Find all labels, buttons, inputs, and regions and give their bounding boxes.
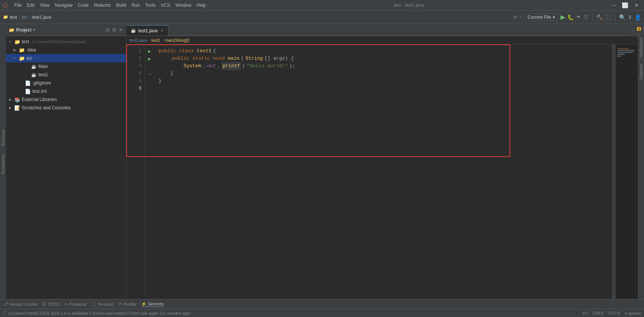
menu-code[interactable]: Code xyxy=(76,2,91,9)
tree-item-gitignore[interactable]: 📄 .gitignore xyxy=(6,79,126,87)
app-logo: ⬡ xyxy=(3,2,9,8)
project-label[interactable]: test xyxy=(10,15,17,20)
code-content[interactable]: public class test1 { public static xyxy=(154,44,612,299)
problems-button[interactable]: ⚠ Problems xyxy=(64,302,86,306)
database-panel-label[interactable]: Database xyxy=(638,60,644,83)
fold-5 xyxy=(145,77,154,85)
code-line-3: System . out . printf ( "Hello world!" )… xyxy=(159,62,607,70)
encoding[interactable]: UTF-8 xyxy=(608,311,620,315)
printf-highlight: printf xyxy=(222,62,241,70)
collapse-all-icon[interactable]: ⊟ xyxy=(106,27,110,33)
code-editor[interactable]: 1 2 3 4 5 6 ▶ ▶ — xyxy=(126,44,638,299)
sync-icon[interactable]: ⟳ xyxy=(514,15,517,20)
version-control-button[interactable]: ⎇ Version Control xyxy=(3,302,38,306)
minimize-button[interactable]: ─ xyxy=(610,2,618,8)
coverage-button[interactable]: ☂ xyxy=(576,14,581,20)
fold-4[interactable]: — xyxy=(145,70,154,77)
indent[interactable]: 4 spaces xyxy=(624,311,641,315)
breadcrumb-sep2: › xyxy=(29,15,30,20)
main-area: Structure Bookmarks 📂 Project ▾ ⊟ ⚙ ✕ ▾ … xyxy=(0,24,644,299)
menu-window[interactable]: Window xyxy=(173,2,194,9)
notifications-panel-label[interactable]: Notifications xyxy=(638,34,644,60)
services-button[interactable]: ⚡ Services xyxy=(141,302,164,307)
fold-1[interactable]: ▶ xyxy=(145,47,154,55)
menu-build[interactable]: Build xyxy=(114,2,128,9)
menu-vcs[interactable]: VCS xyxy=(159,2,172,9)
line-numbers: 1 2 3 4 5 6 xyxy=(126,44,145,299)
sidebar-title-area: 📂 Project ▾ xyxy=(9,27,35,33)
maximize-button[interactable]: ⬜ xyxy=(620,2,630,8)
run-button[interactable]: ▶ xyxy=(561,14,565,21)
editor-scrollbar[interactable] xyxy=(612,44,615,299)
menu-file[interactable]: File xyxy=(12,2,24,9)
system-class: System xyxy=(183,62,201,70)
java-file-icon: ☕ xyxy=(31,72,37,77)
tree-item-main[interactable]: ☕ Main xyxy=(6,62,126,71)
line-num-6: 6 xyxy=(126,85,145,92)
sidebar-actions: ⊟ ⚙ ✕ xyxy=(106,27,123,33)
arrow-icon: ▶ xyxy=(14,48,17,52)
breadcrumb-class[interactable]: test1 xyxy=(151,38,160,42)
run-config-dropdown[interactable]: Current File ▾ xyxy=(524,14,558,21)
menu-run[interactable]: Run xyxy=(129,2,142,9)
breadcrumb-method[interactable]: main(String[]) xyxy=(165,38,189,42)
tree-item-testiml[interactable]: 📄 test.iml xyxy=(6,87,126,95)
folder-icon: 📂 xyxy=(9,27,15,33)
close-button[interactable]: ✕ xyxy=(632,2,641,8)
tree-item-ext-libs[interactable]: ▶ 📚 External Libraries xyxy=(6,95,126,104)
menu-help[interactable]: Help xyxy=(194,2,208,9)
sidebar-title-label: Project xyxy=(16,27,32,33)
arrow-icon: ▾ xyxy=(14,56,17,60)
stop-button[interactable]: ⬛ xyxy=(605,14,611,20)
tab-test1-java[interactable]: ☕ test1.java ✕ xyxy=(126,25,168,36)
structure-panel-label[interactable]: Structure xyxy=(1,129,5,146)
editor-options-icon[interactable]: ⋮ xyxy=(631,29,635,34)
version-control-label: Version Control xyxy=(9,302,38,306)
tree-label: External Libraries xyxy=(22,97,57,102)
code-editor-inner: 1 2 3 4 5 6 ▶ ▶ — xyxy=(126,44,638,299)
build-button[interactable]: 🔨 xyxy=(596,14,603,20)
project-folder-icon: 📁 xyxy=(14,39,20,45)
window-title: test - test1.java xyxy=(211,3,607,8)
fold-2[interactable]: ▶ xyxy=(145,55,154,62)
user-icon[interactable]: 👤 xyxy=(635,14,641,20)
sidebar-dropdown-icon[interactable]: ▾ xyxy=(33,27,35,32)
close-sidebar-icon[interactable]: ✕ xyxy=(119,27,123,33)
tree-item-scratches[interactable]: ▶ 📝 Scratches and Consoles xyxy=(6,104,126,112)
bookmarks-panel-label[interactable]: Bookmarks xyxy=(1,154,5,174)
line-ending[interactable]: CRLF xyxy=(593,311,604,315)
menu-bar[interactable]: File Edit View Navigate Code Refactor Bu… xyxy=(12,2,208,9)
file-breadcrumb[interactable]: test1.java xyxy=(32,15,51,20)
menu-edit[interactable]: Edit xyxy=(24,2,37,9)
code-line-1: public class test1 { xyxy=(159,47,607,55)
profiler-button[interactable]: ⏱ Profiler xyxy=(118,302,137,306)
breadcrumb-bar: test1.java › test1 › main(String[]) xyxy=(126,36,638,44)
menu-tools[interactable]: Tools xyxy=(143,2,158,9)
menu-navigate[interactable]: Navigate xyxy=(53,2,75,9)
tree-item-idea[interactable]: ▶ 📁 .idea xyxy=(6,46,126,54)
scratches-label: Scratches and Consoles xyxy=(22,105,71,110)
breadcrumb-sep: › xyxy=(18,15,20,20)
menu-view[interactable]: View xyxy=(38,2,52,9)
type-string: String xyxy=(245,55,263,62)
kw-class: class xyxy=(179,47,194,55)
menu-refactor[interactable]: Refactor xyxy=(92,2,113,9)
up-icon[interactable]: ↑ xyxy=(520,15,522,20)
status-right-info: 6:1 CRLF UTF-8 4 spaces xyxy=(583,311,641,315)
tree-item-src[interactable]: ▾ 📁 src xyxy=(6,54,126,62)
terminal-button[interactable]: ⬛ Terminal xyxy=(91,302,113,306)
update-button[interactable]: ⬇ xyxy=(628,14,632,20)
breadcrumb-test1[interactable]: test1.java xyxy=(129,38,147,42)
tree-item-test[interactable]: ▾ 📁 test C:\Users\ASUS\myworks\test xyxy=(6,38,126,46)
todo-button[interactable]: ☰ TODO xyxy=(42,302,59,306)
search-button[interactable]: 🔍 xyxy=(619,14,626,20)
tab-close-icon[interactable]: ✕ xyxy=(160,29,163,33)
profile-button[interactable]: ⏱ xyxy=(583,14,588,20)
iml-icon: 📄 xyxy=(25,89,31,94)
tree-label: src xyxy=(26,56,32,61)
tree-item-test1[interactable]: ☕ test1 xyxy=(6,71,126,79)
settings-icon[interactable]: ⚙ xyxy=(112,27,116,33)
debug-button[interactable]: 🐛 xyxy=(567,14,574,20)
tree-label: .gitignore xyxy=(32,80,51,86)
src-label[interactable]: src xyxy=(21,15,27,20)
